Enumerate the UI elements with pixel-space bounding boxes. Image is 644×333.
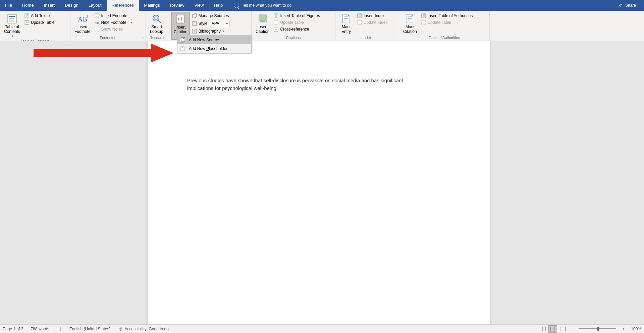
next-footnote-button[interactable]: AB1 Next Footnote▾ bbox=[94, 19, 132, 26]
tab-references[interactable]: References bbox=[107, 0, 139, 11]
tab-review[interactable]: Review bbox=[165, 0, 190, 11]
spellcheck-status[interactable] bbox=[57, 327, 62, 331]
smart-lookup-icon bbox=[151, 13, 162, 24]
update-table-button[interactable]: Update Table bbox=[23, 19, 55, 26]
mark-citation-button[interactable]: Mark Citation bbox=[401, 12, 419, 36]
svg-point-16 bbox=[153, 15, 159, 21]
insert-endnote-button[interactable]: ab Insert Endnote bbox=[94, 13, 132, 19]
svg-text:1: 1 bbox=[98, 20, 99, 22]
svg-text:ab: ab bbox=[96, 15, 99, 18]
update-table-captions-button: Update Table bbox=[273, 19, 321, 26]
show-notes-icon bbox=[94, 27, 100, 32]
add-new-placeholder-item[interactable]: ? Add New Placeholder... bbox=[177, 44, 251, 53]
word-count[interactable]: 788 words bbox=[31, 327, 49, 331]
table-of-contents-button[interactable]: Table of Contents ▾ bbox=[2, 12, 22, 39]
annotation-arrow bbox=[34, 44, 174, 67]
web-layout-button[interactable] bbox=[558, 325, 567, 333]
group-index: Mark Entry Insert Index Update Index Ind… bbox=[335, 11, 399, 41]
style-icon bbox=[192, 21, 197, 26]
insert-table-authorities-button[interactable]: Insert Table of Authorities bbox=[420, 13, 474, 19]
insert-index-button[interactable]: Insert Index bbox=[356, 13, 388, 19]
share-label: Share bbox=[625, 3, 636, 8]
document-page[interactable]: Previous studies have shown that self-di… bbox=[148, 41, 490, 324]
svg-rect-25 bbox=[259, 15, 266, 20]
accessibility-status[interactable]: Accessibility: Good to go bbox=[118, 327, 169, 331]
caption-icon bbox=[257, 13, 268, 24]
insert-citation-dropdown: Add New Source... ? Add New Placeholder.… bbox=[177, 35, 252, 53]
authorities-group-label: Table of Authorities bbox=[399, 36, 489, 41]
footnote-icon: AB1 bbox=[77, 13, 88, 24]
bibliography-button[interactable]: Bibliography▾ bbox=[191, 28, 230, 34]
svg-rect-14 bbox=[95, 27, 99, 31]
cross-reference-button[interactable]: Cross-reference bbox=[273, 26, 321, 32]
document-text[interactable]: Previous studies have shown that self-di… bbox=[187, 77, 429, 92]
svg-rect-48 bbox=[560, 327, 566, 331]
print-layout-button[interactable] bbox=[548, 325, 557, 333]
add-text-button[interactable]: Add Text▾ bbox=[23, 13, 55, 19]
zoom-level[interactable]: 100% bbox=[631, 327, 641, 331]
group-toc: Table of Contents ▾ Add Text▾ Update Tab… bbox=[0, 11, 70, 41]
svg-point-44 bbox=[120, 327, 121, 328]
update-index-icon bbox=[357, 20, 362, 25]
document-area: Previous studies have shown that self-di… bbox=[0, 41, 644, 324]
svg-text:(-): (-) bbox=[178, 16, 182, 21]
insert-caption-button[interactable]: Insert Caption bbox=[254, 12, 271, 36]
tab-help[interactable]: Help bbox=[209, 0, 228, 11]
smart-lookup-button[interactable]: Smart Lookup bbox=[148, 12, 165, 36]
insert-table-figures-button[interactable]: Insert Table of Figures bbox=[273, 13, 321, 19]
lightbulb-icon bbox=[234, 3, 239, 8]
index-group-label: Index bbox=[335, 36, 399, 41]
mark-entry-button[interactable]: Mark Entry bbox=[337, 12, 355, 36]
svg-rect-22 bbox=[194, 14, 197, 17]
figures-icon bbox=[273, 13, 279, 18]
group-captions: Insert Caption Insert Table of Figures U… bbox=[252, 11, 335, 41]
share-button[interactable]: Share bbox=[618, 3, 636, 8]
zoom-thumb[interactable] bbox=[597, 327, 599, 331]
group-footnotes: AB1 Insert Footnote ab Insert Endnote AB… bbox=[70, 11, 146, 41]
update-captions-icon bbox=[273, 20, 279, 25]
insert-authorities-icon bbox=[421, 13, 426, 18]
dialog-launcher-icon[interactable]: ⤡ bbox=[142, 36, 145, 40]
zoom-in-button[interactable]: + bbox=[620, 326, 626, 332]
next-footnote-icon: AB1 bbox=[94, 20, 100, 25]
language-status[interactable]: English (United States) bbox=[69, 327, 111, 331]
citation-style-select[interactable]: APA bbox=[210, 20, 229, 27]
add-new-placeholder-label: Add New Placeholder... bbox=[189, 46, 231, 51]
tab-design[interactable]: Design bbox=[60, 0, 83, 11]
insert-footnote-button[interactable]: AB1 Insert Footnote bbox=[72, 12, 92, 36]
research-group-label: Research bbox=[146, 36, 169, 41]
tab-file[interactable]: File bbox=[0, 0, 17, 11]
zoom-out-button[interactable]: − bbox=[569, 326, 575, 332]
svg-text:AB: AB bbox=[78, 15, 87, 23]
group-research: Smart Lookup Research bbox=[146, 11, 169, 41]
chevron-down-icon: ▾ bbox=[12, 34, 13, 38]
toc-icon bbox=[7, 13, 17, 24]
tab-home[interactable]: Home bbox=[17, 0, 39, 11]
tab-insert[interactable]: Insert bbox=[39, 0, 60, 11]
tabbar: File Home Insert Design Layout Reference… bbox=[0, 0, 644, 11]
svg-rect-28 bbox=[274, 20, 278, 25]
crossref-icon bbox=[273, 27, 279, 32]
tellme-search[interactable]: Tell me what you want to do bbox=[234, 3, 291, 8]
add-text-icon bbox=[24, 13, 30, 18]
update-authorities-icon bbox=[421, 20, 426, 25]
bibliography-icon bbox=[192, 29, 197, 34]
update-icon bbox=[24, 20, 30, 25]
statusbar: Page 1 of 3 788 words English (United St… bbox=[0, 324, 644, 333]
read-mode-button[interactable] bbox=[538, 325, 547, 333]
show-notes-button: Show Notes bbox=[94, 26, 132, 32]
svg-marker-42 bbox=[34, 44, 174, 62]
new-placeholder-icon: ? bbox=[179, 46, 185, 52]
page-count[interactable]: Page 1 of 3 bbox=[3, 327, 23, 331]
add-new-source-item[interactable]: Add New Source... bbox=[177, 36, 251, 44]
tab-mailings[interactable]: Mailings bbox=[139, 0, 165, 11]
tellme-label: Tell me what you want to do bbox=[242, 3, 291, 8]
zoom-slider[interactable] bbox=[579, 328, 616, 329]
svg-text:?: ? bbox=[181, 47, 183, 51]
update-table-authorities-button: Update Table bbox=[420, 19, 474, 26]
svg-point-17 bbox=[155, 17, 157, 19]
tab-view[interactable]: View bbox=[189, 0, 209, 11]
manage-sources-button[interactable]: Manage Sources bbox=[191, 13, 230, 19]
tab-layout[interactable]: Layout bbox=[84, 0, 107, 11]
manage-sources-icon bbox=[192, 13, 197, 18]
